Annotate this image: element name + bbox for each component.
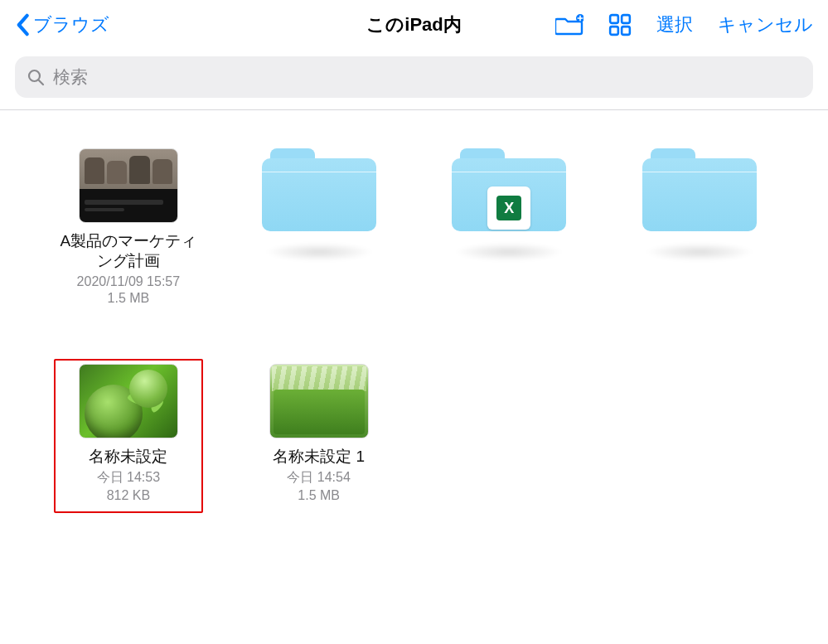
folder-icon — [262, 148, 376, 238]
file-thumbnail — [79, 364, 178, 438]
folder-icon: X — [452, 148, 566, 238]
folder-icon — [642, 148, 757, 238]
new-folder-icon — [555, 13, 583, 36]
file-date: 今日 14:53 — [97, 469, 160, 487]
file-name: 名称未設定 1 — [273, 447, 365, 467]
search-icon — [27, 68, 45, 86]
file-name: 名称未設定 — [89, 447, 167, 467]
svg-point-5 — [29, 70, 40, 81]
folder-item[interactable] — [245, 148, 394, 306]
file-size: 812 KB — [107, 488, 150, 503]
view-mode-button[interactable] — [608, 13, 632, 36]
file-size: 1.5 MB — [298, 488, 340, 503]
folder-shadow — [265, 243, 373, 261]
file-item[interactable]: 名称未設定 1 今日 14:54 1.5 MB — [245, 364, 394, 504]
excel-overlay-icon: X — [487, 186, 530, 230]
folder-shadow — [646, 243, 753, 261]
folder-item[interactable]: X — [434, 148, 583, 306]
file-date: 2020/11/09 15:57 — [77, 274, 181, 289]
search-input[interactable] — [53, 67, 801, 87]
select-button[interactable]: 選択 — [656, 12, 693, 37]
page-title: このiPad内 — [366, 14, 461, 35]
folder-item[interactable] — [625, 148, 774, 306]
file-grid: A製品のマーケティング計画 2020/11/09 15:57 1.5 MB X — [0, 110, 828, 503]
file-thumbnail — [79, 148, 178, 223]
file-date: 今日 14:54 — [287, 469, 350, 487]
file-size: 1.5 MB — [108, 291, 150, 306]
folder-shadow — [455, 243, 563, 261]
file-item[interactable]: A製品のマーケティング計画 2020/11/09 15:57 1.5 MB — [54, 148, 203, 306]
svg-rect-1 — [610, 15, 618, 23]
cancel-button[interactable]: キャンセル — [718, 12, 813, 37]
toolbar-actions: 選択 キャンセル — [555, 12, 813, 37]
new-folder-button[interactable] — [555, 13, 583, 36]
file-item-highlighted[interactable]: 名称未設定 今日 14:53 812 KB — [54, 359, 203, 514]
svg-rect-4 — [622, 27, 630, 35]
searchbar-wrap — [0, 50, 828, 109]
svg-rect-3 — [610, 27, 618, 35]
file-name: A製品のマーケティング計画 — [54, 231, 203, 271]
file-thumbnail — [269, 364, 369, 438]
back-button[interactable]: ブラウズ — [15, 12, 109, 37]
chevron-left-icon — [15, 13, 30, 36]
back-label: ブラウズ — [33, 12, 109, 37]
top-bar: ブラウズ このiPad内 選択 キャンセル — [0, 0, 828, 50]
svg-rect-2 — [622, 15, 630, 23]
searchbar[interactable] — [15, 56, 813, 98]
grid-view-icon — [608, 13, 632, 36]
